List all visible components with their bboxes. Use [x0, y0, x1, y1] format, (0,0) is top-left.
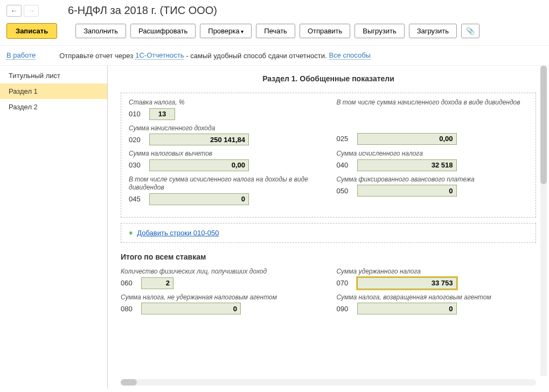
vscrollbar-thumb[interactable] — [540, 66, 547, 184]
code-020: 020 — [129, 136, 145, 144]
sidebar-item-section2[interactable]: Раздел 2 — [0, 99, 107, 115]
code-040: 040 — [337, 161, 353, 169]
input-020[interactable] — [149, 134, 249, 145]
code-025: 025 — [337, 135, 353, 143]
rates-block: Ставка налога, % 010 В том числе сумма н… — [121, 93, 536, 218]
code-010: 010 — [129, 110, 145, 118]
input-040[interactable] — [357, 159, 457, 171]
reporting-link[interactable]: 1С-Отчетность — [135, 51, 184, 60]
label-persons: Количество физических лиц, получивших до… — [121, 268, 321, 276]
save-button[interactable]: Записать — [6, 23, 57, 39]
send-button[interactable]: Отправить — [300, 24, 350, 38]
sidebar: Титульный лист Раздел 1 Раздел 2 — [0, 66, 108, 389]
sidebar-item-title[interactable]: Титульный лист — [0, 68, 107, 83]
horizontal-scrollbar[interactable] — [121, 379, 536, 386]
label-deductions: Сумма налоговых вычетов — [129, 150, 321, 158]
fill-button[interactable]: Заполнить — [75, 24, 126, 38]
label-returned: Сумма налога, возвращенная налоговым аге… — [337, 293, 537, 302]
plus-icon: + — [129, 229, 133, 237]
input-090[interactable] — [357, 303, 457, 314]
input-030[interactable] — [149, 159, 249, 171]
totals-heading: Итого по всем ставкам — [121, 253, 536, 261]
label-withheld: Сумма удержанного налога — [337, 268, 537, 276]
code-050: 050 — [337, 187, 353, 195]
hint-suffix: - самый удобный способ сдачи отчетности. — [186, 52, 326, 60]
code-080: 080 — [121, 305, 137, 313]
all-ways-link[interactable]: Все способы — [329, 51, 371, 60]
label-not-withheld: Сумма налога, не удержанная налоговым аг… — [121, 293, 321, 302]
label-income-div: В том числе сумма начисленного дохода в … — [337, 99, 529, 107]
sidebar-item-section1[interactable]: Раздел 1 — [0, 83, 107, 99]
print-button[interactable]: Печать — [256, 24, 295, 38]
input-070[interactable] — [357, 277, 457, 289]
toolbar: Записать Заполнить Расшифровать Проверка… — [0, 19, 549, 46]
code-070: 070 — [337, 279, 353, 287]
code-045: 045 — [129, 195, 145, 203]
input-060[interactable] — [141, 277, 173, 289]
add-rows-link[interactable]: Добавить строки 010-050 — [137, 229, 219, 237]
load-button[interactable]: Загрузить — [409, 24, 457, 38]
code-090: 090 — [337, 305, 353, 313]
code-030: 030 — [129, 161, 145, 169]
section1-heading: Раздел 1. Обобщенные показатели — [121, 74, 536, 83]
hint-prefix: Отправьте отчет через — [59, 52, 133, 60]
page-title: 6-НДФЛ за 2018 г. (ТИС ООО) — [68, 4, 217, 17]
attach-button[interactable]: 📎 — [461, 24, 479, 38]
status-link[interactable]: В работе — [6, 51, 36, 60]
input-010[interactable] — [149, 108, 175, 120]
input-045[interactable] — [149, 193, 249, 205]
label-income-sum: Сумма начисленного дохода — [129, 124, 321, 133]
status-row: В работе Отправьте отчет через 1С-Отчетн… — [0, 46, 549, 66]
input-080[interactable] — [141, 303, 241, 314]
unload-button[interactable]: Выгрузить — [355, 24, 404, 38]
back-button[interactable]: ← — [6, 5, 22, 17]
decrypt-button[interactable]: Расшифровать — [130, 24, 196, 38]
label-rate: Ставка налога, % — [129, 99, 321, 107]
input-050[interactable] — [357, 185, 457, 197]
content-area: Раздел 1. Обобщенные показатели Ставка н… — [108, 66, 549, 389]
paperclip-icon: 📎 — [466, 27, 475, 35]
check-dropdown[interactable]: Проверка — [200, 24, 252, 38]
forward-button[interactable]: → — [24, 5, 39, 17]
label-calc-tax-div: В том числе сумма исчисленного налога на… — [129, 176, 321, 192]
vertical-scrollbar[interactable] — [540, 66, 547, 376]
add-rows-block: + Добавить строки 010-050 — [121, 223, 536, 243]
code-060: 060 — [121, 279, 137, 287]
input-025[interactable] — [357, 133, 457, 145]
label-fixed-advance: Сумма фиксированного авансового платежа — [337, 176, 529, 184]
label-calc-tax: Сумма исчисленного налога — [337, 150, 529, 158]
scrollbar-thumb[interactable] — [121, 379, 137, 386]
